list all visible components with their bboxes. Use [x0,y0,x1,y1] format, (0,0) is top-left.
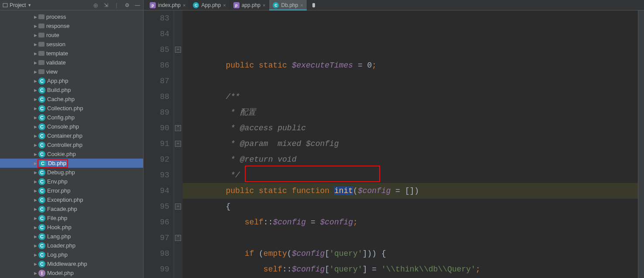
fold-open-icon[interactable]: − [175,47,181,53]
tree-item-Loader-php[interactable]: ▶CLoader.php [0,241,143,250]
expand-arrow-icon[interactable]: ▶ [32,198,38,202]
close-tab-icon[interactable]: × [263,3,265,8]
tree-item-Config-php[interactable]: ▶CConfig.php [0,113,143,122]
tree-item-Console-php[interactable]: ▶CConsole.php [0,122,143,131]
expand-arrow-icon[interactable]: ▶ [32,244,38,248]
tree-item-Db-php[interactable]: ▶CDb.php [0,159,143,168]
fold-close-icon[interactable]: ˅ [175,125,181,131]
expand-arrow-icon[interactable]: ▶ [32,51,38,56]
tree-item-label: Config.php [47,114,75,121]
code-line[interactable]: * @access public [188,120,638,136]
expand-arrow-icon[interactable]: ▶ [32,271,38,275]
expand-arrow-icon[interactable]: ▶ [32,234,38,239]
hide-icon[interactable]: — [134,2,140,8]
expand-arrow-icon[interactable]: ▶ [32,125,38,129]
tree-item-Build-php[interactable]: ▶CBuild.php [0,85,143,95]
expand-arrow-icon[interactable]: ▶ [32,207,38,211]
class-icon: C [38,87,45,94]
close-tab-icon[interactable]: × [300,3,303,8]
expand-arrow-icon[interactable]: ▶ [32,180,38,184]
tree-item-Error-php[interactable]: ▶CError.php [0,186,143,195]
expand-arrow-icon[interactable]: ▶ [32,253,38,257]
expand-arrow-icon[interactable]: ▶ [32,24,38,28]
editor-scrollbar[interactable] [638,10,644,278]
expand-arrow-icon[interactable]: ▶ [32,115,38,120]
expand-arrow-icon[interactable]: ▶ [32,134,38,138]
tree-item-Env-php[interactable]: ▶CEnv.php [0,177,143,186]
close-tab-icon[interactable]: × [223,3,226,8]
editor-tab-index-php[interactable]: pindex.php× [146,0,189,10]
code-line[interactable]: public static function init($config = []… [188,183,638,199]
expand-arrow-icon[interactable]: ▶ [32,61,38,65]
tree-item-Cache-php[interactable]: ▶CCache.php [0,95,143,104]
tree-item-Facade-php[interactable]: ▶CFacade.php [0,204,143,214]
fold-open-icon[interactable]: − [175,203,181,210]
code-line[interactable]: self::$config['query'] = '\\think\\db\\Q… [188,261,638,277]
expand-arrow-icon[interactable]: ▶ [32,33,38,37]
tree-item-label: response [46,23,69,29]
editor-tab-app-php[interactable]: papp.php× [230,0,270,10]
tree-item-Lang-php[interactable]: ▶CLang.php [0,232,143,241]
expand-arrow-icon[interactable]: ▶ [32,97,38,102]
code-line[interactable]: /** [188,89,638,105]
tab-label: index.php [158,2,181,8]
expand-arrow-icon[interactable]: ▶ [32,189,38,193]
fold-gutter[interactable]: −˅−−˅ [174,10,183,278]
fold-open-icon[interactable]: − [175,141,181,147]
tab-label: App.php [201,2,221,8]
tree-item-Exception-php[interactable]: ▶CException.php [0,195,143,204]
expand-arrow-icon[interactable]: ▶ [32,262,38,266]
tree-item-App-php[interactable]: ▶CApp.php [0,76,143,85]
tree-item-process[interactable]: ▶process [0,12,143,21]
gear-icon[interactable]: ⚙ [124,2,130,8]
expand-arrow-icon[interactable]: ▶ [32,152,38,156]
expand-arrow-icon[interactable]: ▶ [32,70,38,74]
expand-arrow-icon[interactable]: ▶ [32,225,38,230]
code-line[interactable]: * @param mixed $config [188,136,638,152]
code-line[interactable]: public static $executeTimes = 0; [188,58,638,73]
project-tool-title[interactable]: Project ▼ [3,2,31,8]
code-area[interactable]: public static $executeTimes = 0; /** * 配… [183,10,638,278]
expand-arrow-icon[interactable]: ▶ [32,106,38,111]
tree-item-File-php[interactable]: ▶CFile.php [0,214,143,223]
expand-arrow-icon[interactable]: ▶ [32,170,38,175]
tree-item-Controller-php[interactable]: ▶CController.php [0,140,143,149]
code-editor[interactable]: 8384858687888990919293949596979899 −˅−−˅… [144,10,644,278]
expand-arrow-icon[interactable]: ▶ [32,143,38,147]
tree-item-validate[interactable]: ▶validate [0,58,143,67]
tree-item-template[interactable]: ▶template [0,49,143,58]
expand-icon[interactable]: ⇲ [103,2,109,8]
tree-item-Hook-php[interactable]: ▶CHook.php [0,223,143,232]
tree-item-session[interactable]: ▶session [0,40,143,49]
fold-close-icon[interactable]: ˅ [175,235,181,241]
code-line[interactable]: * @return void [188,152,638,167]
tree-item-Middleware-php[interactable]: ▶CMiddleware.php [0,259,143,268]
code-line[interactable]: */ [188,167,638,183]
tree-item-view[interactable]: ▶view [0,67,143,76]
code-line[interactable]: * 配置 [188,105,638,120]
code-line[interactable]: { [188,199,638,214]
code-line[interactable] [188,73,638,89]
tree-item-Collection-php[interactable]: ▶CCollection.php [0,104,143,113]
close-tab-icon[interactable]: × [183,3,185,8]
tree-item-Debug-php[interactable]: ▶CDebug.php [0,168,143,177]
code-line[interactable] [188,230,638,246]
tree-item-Cookie-php[interactable]: ▶CCookie.php [0,149,143,159]
expand-arrow-icon[interactable]: ▶ [32,216,38,220]
expand-arrow-icon[interactable]: ▶ [32,88,38,92]
tree-item-route[interactable]: ▶route [0,31,143,40]
tree-item-Log-php[interactable]: ▶CLog.php [0,250,143,259]
expand-arrow-icon[interactable]: ▶ [32,79,38,83]
tree-item-response[interactable]: ▶response [0,21,143,31]
class-icon: C [38,224,45,231]
project-tree[interactable]: ▶process▶response▶route▶session▶template… [0,10,143,278]
expand-arrow-icon[interactable]: ▶ [32,42,38,47]
tree-item-Container-php[interactable]: ▶CContainer.php [0,131,143,140]
locate-icon[interactable]: ◎ [92,2,99,8]
tree-item-Model-php[interactable]: ▶IModel.php [0,268,143,278]
code-line[interactable]: self::$config = $config; [188,214,638,230]
editor-tab-Db-php[interactable]: CDb.php× [269,0,307,10]
expand-arrow-icon[interactable]: ▶ [32,15,38,19]
editor-tab-App-php[interactable]: CApp.php× [189,0,230,10]
code-line[interactable]: if (empty($config['query'])) { [188,246,638,261]
